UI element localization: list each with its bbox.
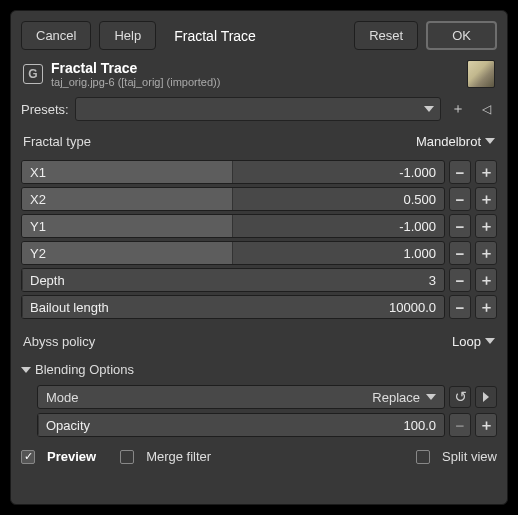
slider-decrement[interactable]: − bbox=[449, 268, 471, 292]
dialog-tab-label: Fractal Trace bbox=[164, 22, 266, 50]
slider-increment[interactable]: ＋ bbox=[475, 268, 497, 292]
merge-filter-label: Merge filter bbox=[146, 449, 211, 464]
slider-increment[interactable]: ＋ bbox=[475, 214, 497, 238]
slider-x1[interactable]: X1-1.000 bbox=[21, 160, 445, 184]
slider-increment[interactable]: ＋ bbox=[475, 241, 497, 265]
slider-label: Depth bbox=[22, 273, 65, 288]
reset-button[interactable]: Reset bbox=[354, 21, 418, 50]
presets-label: Presets: bbox=[21, 102, 69, 117]
ok-button[interactable]: OK bbox=[426, 21, 497, 50]
dialog-header: G Fractal Trace taj_orig.jpg-6 ([taj_ori… bbox=[21, 56, 497, 90]
slider-row: X1-1.000−＋ bbox=[21, 160, 497, 184]
fractal-type-row[interactable]: Fractal type Mandelbrot bbox=[21, 128, 497, 154]
abyss-policy-value: Loop bbox=[452, 334, 481, 349]
opacity-increment[interactable]: ＋ bbox=[475, 413, 497, 437]
mode-combo[interactable]: Mode Replace bbox=[37, 385, 445, 409]
dialog-title: Fractal Trace bbox=[51, 60, 220, 76]
opacity-decrement: − bbox=[449, 413, 471, 437]
slider-decrement[interactable]: − bbox=[449, 295, 471, 319]
mode-value: Replace bbox=[372, 390, 420, 405]
preview-thumbnail[interactable] bbox=[467, 60, 495, 88]
slider-increment[interactable]: ＋ bbox=[475, 295, 497, 319]
mode-swap-button[interactable]: ↻ bbox=[449, 386, 471, 408]
fractal-type-value: Mandelbrot bbox=[416, 134, 481, 149]
dialog-subtitle: taj_orig.jpg-6 ([taj_orig] (imported)) bbox=[51, 76, 220, 88]
gegl-icon: G bbox=[23, 64, 43, 84]
blending-options-header[interactable]: Blending Options bbox=[21, 360, 497, 379]
slider-row: Y21.000−＋ bbox=[21, 241, 497, 265]
cancel-button[interactable]: Cancel bbox=[21, 21, 91, 50]
opacity-value: 100.0 bbox=[403, 418, 436, 433]
preset-add-button[interactable]: ＋ bbox=[447, 98, 469, 120]
slider-label: Y2 bbox=[22, 246, 46, 261]
slider-value: 1.000 bbox=[403, 246, 436, 261]
preview-checkbox[interactable]: ✓ bbox=[21, 450, 35, 464]
slider-depth[interactable]: Depth3 bbox=[21, 268, 445, 292]
slider-increment[interactable]: ＋ bbox=[475, 160, 497, 184]
preview-label: Preview bbox=[47, 449, 96, 464]
chevron-down-icon bbox=[485, 138, 495, 144]
split-view-label: Split view bbox=[442, 449, 497, 464]
slider-label: X1 bbox=[22, 165, 46, 180]
slider-label: Bailout length bbox=[22, 300, 109, 315]
fractal-type-label: Fractal type bbox=[23, 134, 416, 149]
preset-manage-button[interactable]: ◁ bbox=[475, 98, 497, 120]
slider-decrement[interactable]: − bbox=[449, 214, 471, 238]
chevron-down-icon bbox=[424, 106, 434, 112]
expander-down-icon bbox=[21, 367, 31, 373]
slider-row: X20.500−＋ bbox=[21, 187, 497, 211]
slider-y2[interactable]: Y21.000 bbox=[21, 241, 445, 265]
dialog-button-row: Cancel Help Fractal Trace Reset OK bbox=[21, 21, 497, 50]
mode-label: Mode bbox=[46, 390, 372, 405]
slider-decrement[interactable]: − bbox=[449, 241, 471, 265]
slider-label: Y1 bbox=[22, 219, 46, 234]
slider-value: -1.000 bbox=[399, 219, 436, 234]
slider-decrement[interactable]: − bbox=[449, 160, 471, 184]
slider-value: 10000.0 bbox=[389, 300, 436, 315]
mode-menu-button[interactable] bbox=[475, 386, 497, 408]
abyss-policy-label: Abyss policy bbox=[23, 334, 452, 349]
slider-x2[interactable]: X20.500 bbox=[21, 187, 445, 211]
abyss-policy-row[interactable]: Abyss policy Loop bbox=[21, 328, 497, 354]
help-button[interactable]: Help bbox=[99, 21, 156, 50]
slider-row: Y1-1.000−＋ bbox=[21, 214, 497, 238]
slider-row: Depth3−＋ bbox=[21, 268, 497, 292]
split-view-checkbox[interactable] bbox=[416, 450, 430, 464]
blending-options-label: Blending Options bbox=[35, 362, 134, 377]
chevron-right-icon bbox=[483, 392, 489, 402]
dialog-footer: ✓ Preview Merge filter Split view bbox=[21, 443, 497, 464]
opacity-label: Opacity bbox=[38, 418, 90, 433]
merge-filter-checkbox[interactable] bbox=[120, 450, 134, 464]
slider-bailout length[interactable]: Bailout length10000.0 bbox=[21, 295, 445, 319]
slider-label: X2 bbox=[22, 192, 46, 207]
chevron-down-icon bbox=[485, 338, 495, 344]
chevron-down-icon bbox=[426, 394, 436, 400]
fractal-trace-dialog: Cancel Help Fractal Trace Reset OK G Fra… bbox=[10, 10, 508, 505]
slider-y1[interactable]: Y1-1.000 bbox=[21, 214, 445, 238]
slider-decrement[interactable]: − bbox=[449, 187, 471, 211]
slider-value: 0.500 bbox=[403, 192, 436, 207]
sliders-group: X1-1.000−＋X20.500−＋Y1-1.000−＋Y21.000−＋De… bbox=[21, 160, 497, 322]
presets-combo[interactable] bbox=[75, 97, 441, 121]
slider-increment[interactable]: ＋ bbox=[475, 187, 497, 211]
slider-value: 3 bbox=[429, 273, 436, 288]
slider-value: -1.000 bbox=[399, 165, 436, 180]
opacity-slider[interactable]: Opacity 100.0 bbox=[37, 413, 445, 437]
slider-row: Bailout length10000.0−＋ bbox=[21, 295, 497, 319]
